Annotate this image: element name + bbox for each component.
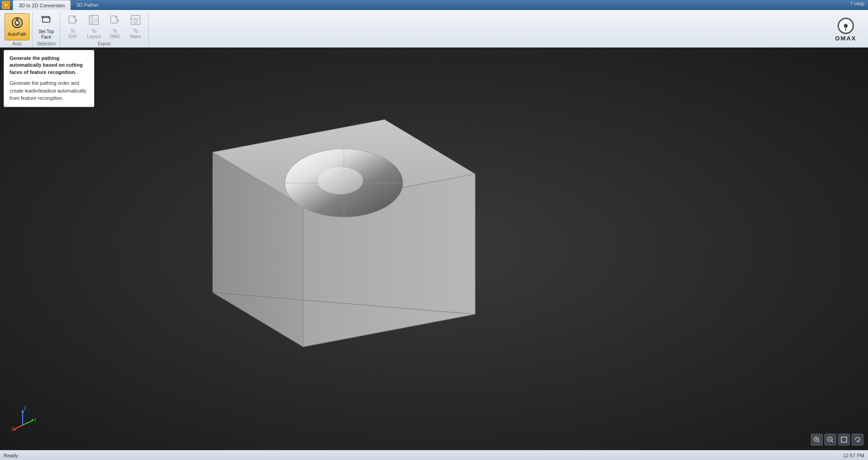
- ribbon-content: AutoPath Auto: [0, 10, 868, 47]
- zoom-controls: [811, 434, 863, 445]
- tooltip-title: Generate the pathing automatically based…: [10, 55, 88, 76]
- svg-rect-5: [42, 16, 49, 18]
- zoom-in-button[interactable]: [811, 434, 823, 445]
- status-text: Ready: [4, 453, 18, 458]
- to-layout-label: ToLayout: [87, 29, 101, 39]
- ribbon-group-selection-buttons: Set TopFace: [35, 12, 57, 41]
- tab-3dto2d[interactable]: 3D to 2D Conversion: [13, 0, 71, 10]
- status-time: 12:57 PM: [843, 453, 864, 458]
- z-axis-label: Z: [24, 406, 26, 411]
- y-axis-label: Y: [34, 418, 36, 423]
- tooltip-body: Generate the pathing order and create le…: [10, 79, 88, 102]
- ribbon-group-export-label: Export: [63, 41, 146, 47]
- fit-view-button[interactable]: [838, 434, 850, 445]
- autopath-label: AutoPath: [8, 32, 26, 37]
- ribbon-group-export-buttons: ToDXF ToLayout: [63, 12, 146, 41]
- ribbon-group-export: ToDXF ToLayout: [60, 12, 149, 47]
- omax-logo-inner: OMAX: [835, 18, 857, 42]
- setfacetop-label: Set TopFace: [39, 29, 54, 40]
- autopath-button[interactable]: AutoPath: [5, 13, 29, 40]
- ribbon-group-auto-buttons: AutoPath: [5, 12, 29, 41]
- tooltip-popup: Generate the pathing automatically based…: [4, 50, 94, 107]
- viewport[interactable]: Z Y X: [0, 47, 868, 450]
- ribbon-group-auto: AutoPath Auto: [2, 12, 33, 47]
- svg-point-13: [134, 20, 137, 23]
- omax-circle-icon: [838, 18, 854, 34]
- to-make-button[interactable]: ToMake: [126, 13, 146, 40]
- viewport-svg: [0, 47, 868, 450]
- autopath-icon: [11, 16, 24, 31]
- svg-point-3: [16, 21, 19, 24]
- to-omx-icon: [109, 14, 121, 28]
- to-dxf-label: ToDXF: [68, 29, 78, 39]
- axis-indicator: Z Y X: [9, 405, 36, 432]
- svg-line-35: [818, 441, 819, 442]
- setfacetop-button[interactable]: Set TopFace: [35, 13, 57, 40]
- to-omx-label: ToOMX: [110, 29, 120, 39]
- tab-3dpather[interactable]: 3D Pather: [71, 0, 104, 10]
- svg-line-28: [23, 421, 33, 425]
- to-omx-button[interactable]: ToOMX: [105, 13, 125, 40]
- help-button[interactable]: ? Help: [846, 0, 868, 7]
- to-dxf-button[interactable]: ToDXF: [63, 13, 83, 40]
- x-axis-label: X: [11, 427, 15, 432]
- svg-rect-4: [43, 17, 50, 22]
- omax-logo: OMAX: [825, 12, 866, 47]
- ribbon: AutoPath Auto: [0, 10, 868, 48]
- omax-text: OMAX: [835, 35, 857, 42]
- ribbon-group-auto-label: Auto: [5, 41, 29, 47]
- setfacetop-icon: [40, 14, 53, 28]
- ribbon-group-selection-label: Selection: [35, 41, 57, 47]
- to-make-icon: [130, 14, 141, 28]
- svg-line-30: [15, 425, 23, 429]
- to-layout-icon: [88, 14, 100, 28]
- svg-line-38: [832, 441, 833, 442]
- to-dxf-icon: [67, 14, 79, 28]
- app-logo[interactable]: [2, 1, 10, 9]
- rotate-view-button[interactable]: [852, 434, 863, 445]
- status-bar: Ready 12:57 PM: [0, 450, 868, 460]
- zoom-out-button[interactable]: [824, 434, 836, 445]
- to-layout-button[interactable]: ToLayout: [84, 13, 104, 40]
- ribbon-group-selection: Set TopFace Selection: [33, 12, 60, 47]
- svg-point-25: [318, 167, 363, 194]
- title-bar: 3D to 2D Conversion 3D Pather ? Help: [0, 0, 868, 10]
- omax-line: [845, 24, 846, 31]
- svg-rect-10: [89, 15, 93, 24]
- to-make-label: ToMake: [130, 29, 141, 39]
